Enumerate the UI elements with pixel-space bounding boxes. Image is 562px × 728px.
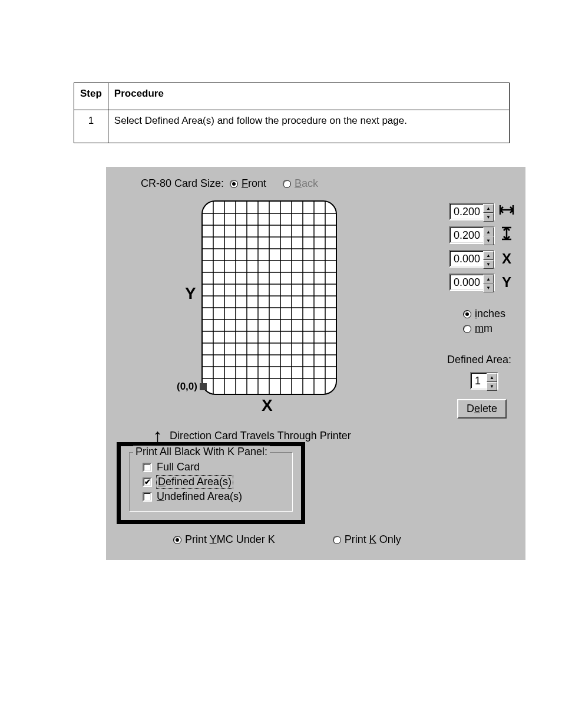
y-axis-label: Y — [185, 284, 196, 303]
radio-dot-icon — [173, 536, 181, 544]
defined-area-label: Defined Area: — [447, 354, 511, 366]
height-icon — [498, 226, 515, 244]
radio-dot-icon — [283, 180, 291, 188]
checkbox-icon: ✔ — [143, 477, 152, 487]
radio-back: Back — [283, 177, 318, 190]
radio-print-k-only[interactable]: Print K Only — [333, 533, 401, 546]
y-stepper[interactable]: 0.000 ▲▼ — [449, 274, 495, 291]
radio-dot-icon — [463, 310, 471, 318]
procedure-table: Step Procedure 1 Select Defined Area(s) … — [74, 83, 510, 143]
width-stepper[interactable]: 0.200 ▲▼ — [449, 203, 495, 220]
origin-label: (0,0) — [177, 381, 207, 393]
radio-front[interactable]: Front — [230, 177, 266, 190]
table-header-procedure: Procedure — [108, 83, 509, 110]
radio-inches[interactable]: inches — [463, 308, 505, 320]
spin-up-icon[interactable]: ▲ — [483, 204, 494, 213]
table-header-step: Step — [74, 83, 108, 110]
checkbox-icon — [143, 492, 152, 502]
spin-up-icon[interactable]: ▲ — [483, 228, 494, 236]
spin-down-icon[interactable]: ▼ — [483, 284, 494, 292]
spin-down-icon[interactable]: ▼ — [483, 260, 494, 269]
spin-up-icon[interactable]: ▲ — [483, 275, 494, 284]
spin-up-icon[interactable]: ▲ — [487, 373, 497, 382]
k-panel-groupbox-highlight: Print All Black With K Panel: Full Card … — [117, 442, 305, 524]
x-dim-label: X — [498, 251, 515, 267]
card-grid-area[interactable]: Y X (0,0) ↑ Direction Card Travels Throu… — [114, 196, 362, 395]
delete-button[interactable]: Delete — [457, 399, 507, 419]
spin-down-icon[interactable]: ▼ — [487, 382, 497, 391]
checkbox-undefined-areas[interactable]: Undefined Area(s) — [143, 490, 286, 503]
radio-print-ymc-under-k[interactable]: Print YMC Under K — [173, 533, 275, 546]
radio-dot-icon — [230, 180, 238, 188]
k-panel-dialog: CR-80 Card Size: Front Back — [106, 167, 525, 560]
checkbox-defined-areas[interactable]: ✔ Defined Area(s) — [143, 476, 286, 488]
spin-down-icon[interactable]: ▼ — [483, 213, 494, 222]
spin-down-icon[interactable]: ▼ — [483, 236, 494, 245]
table-cell-procedure: Select Defined Area(s) and follow the pr… — [108, 110, 509, 143]
checkbox-icon — [143, 463, 152, 472]
x-axis-label: X — [262, 396, 273, 415]
table-cell-step: 1 — [74, 110, 108, 143]
card-grid-icon — [201, 200, 337, 395]
radio-dot-icon — [333, 536, 341, 544]
radio-dot-icon — [463, 325, 471, 333]
card-size-label: CR-80 Card Size: — [141, 177, 224, 190]
defined-area-stepper[interactable]: 1 ▲▼ — [470, 372, 498, 390]
width-icon — [498, 203, 515, 220]
group-legend: Print All Black With K Panel: — [133, 446, 270, 458]
spin-up-icon[interactable]: ▲ — [483, 251, 494, 260]
radio-mm[interactable]: mm — [463, 322, 505, 335]
checkbox-full-card[interactable]: Full Card — [143, 461, 286, 473]
origin-marker-icon — [200, 383, 207, 390]
height-stepper[interactable]: 0.200 ▲▼ — [449, 226, 495, 244]
y-dim-label: Y — [498, 274, 515, 291]
x-stepper[interactable]: 0.000 ▲▼ — [449, 250, 495, 268]
